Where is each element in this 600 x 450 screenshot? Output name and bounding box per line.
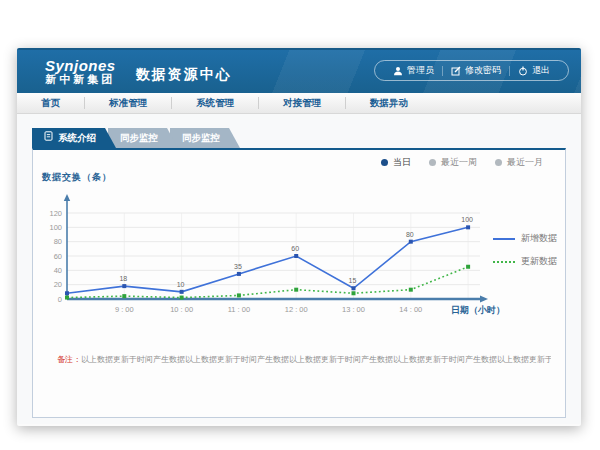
y-tick-label: 0 <box>58 295 62 304</box>
footnote: 备注：以上数据更新于时间产生数据以上数据更新于时间产生数据以上数据更新于时间产生… <box>57 354 551 365</box>
data-point <box>466 225 470 229</box>
y-axis-title: 数据交换（条） <box>42 171 112 184</box>
data-label: 60 <box>291 245 299 252</box>
x-axis-arrow <box>480 296 488 303</box>
nav-item-data-change[interactable]: 数据异动 <box>346 97 432 110</box>
tab-sync-monitor-2[interactable]: 同步监控 <box>170 128 240 148</box>
logo-text-en: Synjones <box>45 58 116 74</box>
data-point <box>122 294 126 298</box>
x-tick-label: 12 : 00 <box>285 305 308 314</box>
company-logo: Synjones 新中新集团 <box>45 58 116 85</box>
y-tick-label: 100 <box>49 223 62 232</box>
x-tick-label: 9 : 00 <box>115 305 134 314</box>
radio-icon <box>495 159 502 166</box>
solid-line-icon <box>493 238 515 240</box>
edit-icon <box>451 66 461 76</box>
data-point <box>294 254 298 258</box>
nav-item-home[interactable]: 首页 <box>17 97 84 110</box>
x-tick-label: 11 : 00 <box>228 305 250 314</box>
data-point <box>237 272 241 276</box>
data-label: 35 <box>234 263 242 270</box>
y-axis-arrow <box>64 194 70 201</box>
data-point <box>409 240 413 244</box>
data-point <box>352 291 356 295</box>
data-point <box>65 291 69 295</box>
chart-panel: 当日 最近一周 最近一月 数据交换（条） 0204060801001209 : … <box>32 148 566 418</box>
data-point <box>122 284 126 288</box>
x-tick-label: 10 : 00 <box>170 305 193 314</box>
line-chart: 0204060801001209 : 0010 : 0011 : 0012 : … <box>39 186 561 366</box>
nav-item-standard-mgmt[interactable]: 标准管理 <box>85 97 171 110</box>
data-point <box>466 265 470 269</box>
change-password-button[interactable]: 修改密码 <box>443 64 509 77</box>
y-tick-label: 120 <box>49 209 62 218</box>
data-point <box>180 296 184 300</box>
tab-bar: 系统介绍 同步监控 同步监控 <box>32 128 566 148</box>
footnote-prefix: 备注： <box>57 355 81 364</box>
data-point <box>409 288 413 292</box>
power-icon <box>518 66 528 76</box>
footnote-text: 以上数据更新于时间产生数据以上数据更新于时间产生数据以上数据更新于时间产生数据以… <box>81 355 551 364</box>
data-label: 15 <box>349 277 357 284</box>
y-tick-label: 80 <box>54 237 62 246</box>
data-point <box>352 286 356 290</box>
nav-item-interface-mgmt[interactable]: 对接管理 <box>259 97 345 110</box>
data-point <box>65 296 69 300</box>
y-tick-label: 40 <box>54 266 62 275</box>
content-area: 系统介绍 同步监控 同步监控 当日 最近一周 <box>17 114 581 424</box>
app-window: Synjones 新中新集团 数据资源中心 管理员 修改密码 <box>17 48 581 426</box>
user-icon <box>393 66 403 76</box>
data-point <box>180 290 184 294</box>
x-axis-label: 日期（小时） <box>451 305 505 315</box>
x-tick-label: 14 : 00 <box>399 305 422 314</box>
radio-selected-icon <box>381 159 388 166</box>
tab-system-intro[interactable]: 系统介绍 <box>32 128 116 148</box>
data-point <box>237 293 241 297</box>
main-nav: 首页 标准管理 系统管理 对接管理 数据异动 <box>17 93 581 114</box>
data-label: 80 <box>406 231 414 238</box>
filter-today[interactable]: 当日 <box>381 156 411 169</box>
nav-item-system-mgmt[interactable]: 系统管理 <box>172 97 258 110</box>
legend-updated-data[interactable]: 更新数据 <box>493 255 557 268</box>
current-user-button[interactable]: 管理员 <box>385 64 442 77</box>
dotted-line-icon <box>493 261 515 263</box>
y-tick-label: 60 <box>54 252 62 261</box>
logo-text-cn: 新中新集团 <box>45 74 116 86</box>
legend-new-data[interactable]: 新增数据 <box>493 232 557 245</box>
time-filter-group: 当日 最近一周 最近一月 <box>381 156 543 169</box>
page-title: 数据资源中心 <box>136 66 232 84</box>
tab-sync-monitor-1[interactable]: 同步监控 <box>108 128 178 148</box>
logout-button[interactable]: 退出 <box>510 64 558 77</box>
series-legend: 新增数据 更新数据 <box>493 232 557 268</box>
y-tick-label: 20 <box>54 280 62 289</box>
data-label: 100 <box>461 216 473 223</box>
data-point <box>294 288 298 292</box>
header: Synjones 新中新集团 数据资源中心 管理员 修改密码 <box>17 48 581 93</box>
user-toolbar: 管理员 修改密码 退出 <box>374 60 569 81</box>
data-label: 10 <box>177 281 185 288</box>
x-tick-label: 13 : 00 <box>342 305 365 314</box>
filter-last-week[interactable]: 最近一周 <box>429 156 477 169</box>
series-line <box>67 267 468 298</box>
radio-icon <box>429 159 436 166</box>
filter-last-month[interactable]: 最近一月 <box>495 156 543 169</box>
document-icon <box>44 128 53 148</box>
data-label: 18 <box>119 275 127 282</box>
